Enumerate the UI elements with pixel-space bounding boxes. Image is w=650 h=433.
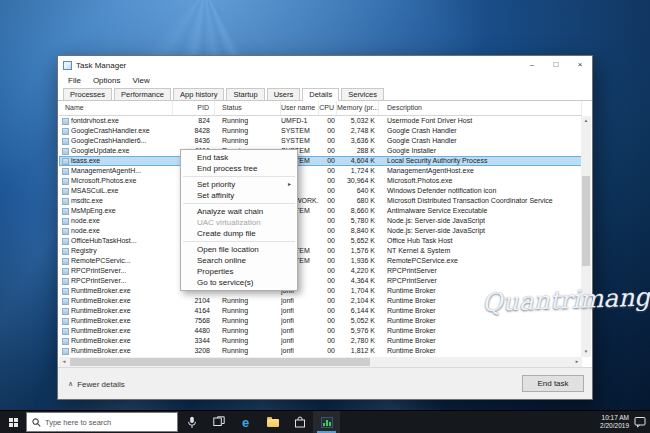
process-row-runtimebroker-exe[interactable]: RuntimeBroker.exe3344Runningjonfi002,780… <box>59 336 582 346</box>
column-header-status[interactable]: Status <box>215 101 281 115</box>
process-row-msascuil-exe[interactable]: MSASCuiL.exejonfi00640 KWindows Defender… <box>59 186 582 196</box>
tab-services[interactable]: Services <box>341 88 384 100</box>
cell-status: Running <box>215 346 281 356</box>
horizontal-scroll-thumb[interactable] <box>70 358 370 366</box>
cell-memory: 2,104 K <box>337 296 379 306</box>
store-button[interactable] <box>286 411 313 433</box>
column-header-user[interactable]: User name <box>281 101 319 115</box>
scroll-down-icon[interactable]: ▼ <box>581 347 591 357</box>
menu-view[interactable]: View <box>126 76 155 85</box>
menu-bar: FileOptionsView <box>58 74 592 87</box>
minimize-button[interactable]: – <box>520 56 544 74</box>
process-row-node-exe[interactable]: node.exejonfi005,780 KNode.js: Server-si… <box>59 216 582 226</box>
tab-performance[interactable]: Performance <box>114 88 171 100</box>
scroll-left-icon[interactable]: ◄ <box>59 357 69 367</box>
process-row-rpcprintserver-[interactable]: RPCPrintServer...jonfi004,364 KRPCPrintS… <box>59 276 582 286</box>
task-view-button[interactable] <box>205 411 232 433</box>
cell-name: OfficeHubTaskHost... <box>59 236 173 246</box>
process-row-runtimebroker-exe[interactable]: RuntimeBroker.exe3208Runningjonfi001,812… <box>59 346 582 356</box>
process-row-lsass-exe[interactable]: lsass.exeSYSTEM004,604 KLocal Security A… <box>59 156 582 166</box>
context-end-process-tree[interactable]: End process tree <box>181 163 297 174</box>
scroll-right-icon[interactable]: ► <box>572 357 582 367</box>
process-row-node-exe[interactable]: node.exejonfi008,840 KNode.js: Server-si… <box>59 226 582 236</box>
fewer-details-toggle[interactable]: ∧ Fewer details <box>68 368 125 400</box>
process-row-googlecrashhandler-exe[interactable]: GoogleCrashHandler.exe8428RunningSYSTEM0… <box>59 126 582 136</box>
process-row-registry[interactable]: RegistrySYSTEM001,576 KNT Kernel & Syste… <box>59 246 582 256</box>
process-row-managementagenth-[interactable]: ManagementAgentH...jonfi001,724 KManagem… <box>59 166 582 176</box>
edge-button[interactable]: e <box>232 411 259 433</box>
maximize-button[interactable]: □ <box>544 56 568 74</box>
process-icon <box>62 288 69 295</box>
context-search-online[interactable]: Search online <box>181 255 297 266</box>
process-icon <box>62 318 69 325</box>
process-row-officehubtaskhost-[interactable]: OfficeHubTaskHost...jonfi005,652 KOffice… <box>59 236 582 246</box>
tab-startup[interactable]: Startup <box>226 88 264 100</box>
scroll-up-icon[interactable]: ▲ <box>581 116 591 126</box>
column-header-pid[interactable]: PID <box>173 101 215 115</box>
cortana-button[interactable] <box>178 411 205 433</box>
cell-name: RuntimeBroker.exe <box>59 306 173 316</box>
process-row-runtimebroker-exe[interactable]: RuntimeBroker.exejonfi001,704 KRuntime B… <box>59 286 582 296</box>
context-end-task[interactable]: End task <box>181 152 297 163</box>
context-set-affinity[interactable]: Set affinity <box>181 190 297 201</box>
end-task-button[interactable]: End task <box>522 375 584 392</box>
cell-cpu: 00 <box>319 226 337 236</box>
process-row-msmpeng-exe[interactable]: MsMpEng.exeSYSTEM008,660 KAntimalware Se… <box>59 206 582 216</box>
context-uac-virtualization: UAC virtualization <box>181 217 297 228</box>
action-center-icon[interactable] <box>634 416 646 428</box>
cell-cpu: 00 <box>319 316 337 326</box>
context-item-label: Search online <box>197 255 246 266</box>
menu-file[interactable]: File <box>62 76 87 85</box>
process-row-googleupdate-exe[interactable]: GoogleUpdate.exe6116RunningSYSTEM00288 K… <box>59 146 582 156</box>
cell-name: lsass.exe <box>59 156 173 166</box>
process-row-msdtc-exe[interactable]: msdtc.exeNETWORK...00680 KMicrosoft Dist… <box>59 196 582 206</box>
search-input[interactable] <box>45 418 172 427</box>
cell-memory: 2,748 K <box>337 126 379 136</box>
title-bar[interactable]: Task Manager – □ × <box>58 56 592 74</box>
cell-name: RuntimeBroker.exe <box>59 286 173 296</box>
process-name: msdtc.exe <box>71 196 103 206</box>
search-box[interactable] <box>26 412 178 432</box>
column-header-cpu[interactable]: CPU <box>319 101 337 115</box>
process-row-googlecrashhandler6-[interactable]: GoogleCrashHandler6...8436RunningSYSTEM0… <box>59 136 582 146</box>
horizontal-scrollbar[interactable]: ◄ ► <box>59 357 582 367</box>
tab-processes[interactable]: Processes <box>63 88 112 100</box>
cell-user: jonfi <box>281 306 319 316</box>
vertical-scrollbar[interactable]: ▲ ▼ <box>581 116 591 357</box>
process-row-runtimebroker-exe[interactable]: RuntimeBroker.exe7568Runningjonfi005,052… <box>59 316 582 326</box>
task-manager-taskbar-button[interactable] <box>313 411 340 433</box>
context-set-priority[interactable]: Set priority▸ <box>181 179 297 190</box>
process-row-rpcprintserver-[interactable]: RPCPrintServer...jonfi004,220 KRPCPrintS… <box>59 266 582 276</box>
column-header-desc[interactable]: Description <box>379 101 582 115</box>
tab-app-history[interactable]: App history <box>173 88 225 100</box>
context-analyze-wait-chain[interactable]: Analyze wait chain <box>181 206 297 217</box>
process-icon <box>62 148 69 155</box>
file-explorer-button[interactable] <box>259 411 286 433</box>
column-header-mem[interactable]: Memory (pr... <box>337 101 379 115</box>
context-open-file-location[interactable]: Open file location <box>181 244 297 255</box>
process-row-remotepcservic-[interactable]: RemotePCServic...SYSTEM001,936 KRemotePC… <box>59 256 582 266</box>
vertical-scroll-thumb[interactable] <box>582 176 590 266</box>
process-icon <box>62 158 69 165</box>
cell-memory: 2,780 K <box>337 336 379 346</box>
menu-options[interactable]: Options <box>87 76 127 85</box>
process-row-runtimebroker-exe[interactable]: RuntimeBroker.exe4480Runningjonfi005,976… <box>59 326 582 336</box>
process-row-runtimebroker-exe[interactable]: RuntimeBroker.exe2104Runningjonfi002,104… <box>59 296 582 306</box>
column-header-name[interactable]: Name <box>59 101 173 115</box>
context-item-label: Set priority <box>197 179 235 190</box>
cell-memory: 5,976 K <box>337 326 379 336</box>
start-button[interactable] <box>0 411 26 433</box>
cell-cpu: 00 <box>319 176 337 186</box>
cell-pid: 8436 <box>173 136 215 146</box>
cell-description: RPCPrintServer <box>379 266 582 276</box>
tab-details[interactable]: Details <box>302 88 339 101</box>
system-clock[interactable]: 10:17 AM 2/20/2019 <box>600 414 629 430</box>
process-row-fontdrvhost-exe[interactable]: fontdrvhost.exe824RunningUMFD-1005,032 K… <box>59 116 582 126</box>
context-properties[interactable]: Properties <box>181 266 297 277</box>
tab-users[interactable]: Users <box>267 88 301 100</box>
process-row-runtimebroker-exe[interactable]: RuntimeBroker.exe4164Runningjonfi006,144… <box>59 306 582 316</box>
close-button[interactable]: × <box>568 56 592 74</box>
context-create-dump-file[interactable]: Create dump file <box>181 228 297 239</box>
process-row-microsoft-photos-exe[interactable]: Microsoft.Photos.exejonfi0030,964 KMicro… <box>59 176 582 186</box>
context-go-to-service-s-[interactable]: Go to service(s) <box>181 277 297 288</box>
